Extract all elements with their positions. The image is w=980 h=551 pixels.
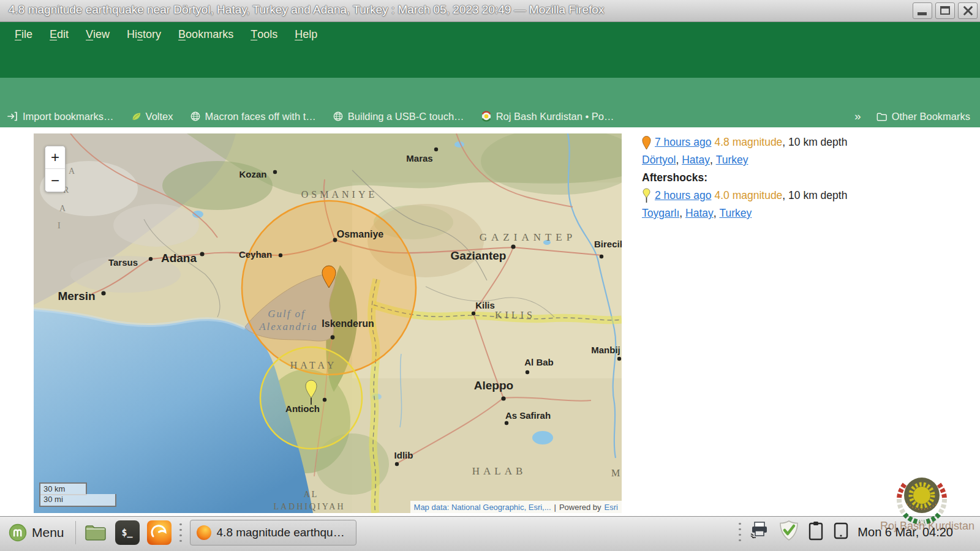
city-label: Al Bab (524, 357, 554, 367)
window-titlebar[interactable]: 4.8 magnitude earthquake near Dörtyol, H… (0, 0, 980, 22)
city-label: Gaziantep (451, 249, 507, 262)
quake-depth: , 10 km depth (782, 187, 847, 204)
aftershocks-heading: Aftershocks: (642, 169, 911, 187)
city-label: Adana (161, 252, 197, 264)
minimize-button[interactable] (913, 2, 932, 19)
bookmarks-toolbar: Import bookmarks… Voltex Macron faces of… (0, 105, 980, 127)
map-attribution: Map data: National Geographic, Esri,... … (410, 501, 622, 513)
city-label: Osmaniye (337, 229, 384, 239)
quake-time-link[interactable]: 2 hours ago (655, 187, 711, 204)
city-label: Mersin (58, 290, 95, 302)
city-label: Kozan (239, 169, 267, 179)
screenshot-tray-icon[interactable] (832, 521, 850, 543)
bookmark-import[interactable]: Import bookmarks… (6, 110, 114, 122)
city-label: Maras (406, 153, 432, 163)
menu-tools[interactable]: Tools (242, 22, 286, 47)
quake-depth: , 10 km depth (782, 133, 847, 151)
bookmark-macron-article[interactable]: Macron faces off with t… (190, 111, 316, 122)
close-button[interactable] (958, 2, 978, 19)
globe-icon (190, 111, 201, 122)
maximize-button[interactable] (935, 2, 955, 19)
map-scale-km: 30 km (39, 482, 87, 495)
bookmark-roj-bash-kurdistan[interactable]: Roj Bash Kurdistan • Po… (481, 111, 614, 122)
menu-edit[interactable]: Edit (41, 22, 77, 47)
menu-help[interactable]: Help (286, 22, 326, 47)
quake-time-link[interactable]: 7 hours ago (655, 133, 711, 151)
taskbar-separator (75, 521, 76, 544)
mint-logo-icon (9, 523, 27, 542)
menu-file[interactable]: File (6, 22, 41, 47)
region-label: M (611, 468, 620, 478)
water-label: Alexandria (258, 321, 318, 332)
map-zoom-control: + − (45, 146, 66, 192)
city-label: Kilis (475, 300, 495, 310)
map-zoom-out-button[interactable]: − (45, 169, 65, 192)
globe-icon (333, 111, 344, 122)
region-label: AL (304, 490, 319, 499)
start-menu-button[interactable]: Menu (5, 522, 68, 543)
firefox-swirl-icon (147, 520, 172, 545)
quake-summary-aftershock: 2 hours ago 4.0 magnitude , 10 km depth (642, 187, 911, 204)
place-link[interactable]: Turkey (719, 204, 752, 222)
kurdistan-sun-icon (481, 111, 492, 122)
earthquake-map[interactable]: OSMANIYE GAZIANTEP KILIS HATAY HALAB AL … (34, 133, 622, 513)
update-shield-icon[interactable] (778, 520, 799, 544)
map-scale-mi: 30 mi (39, 494, 116, 507)
folder-icon (876, 111, 888, 122)
quake-place-links: Toygarlı, Hatay, Turkey (642, 204, 911, 222)
taskbar-handle (179, 522, 183, 544)
place-link[interactable]: Dörtyol (642, 151, 676, 169)
other-bookmarks-folder[interactable]: Other Bookmarks (876, 111, 970, 122)
firefox-window-icon (197, 525, 211, 540)
region-label: HALAB (472, 465, 527, 477)
bookmarks-overflow-chevron[interactable]: » (854, 110, 861, 123)
menu-history[interactable]: History (118, 22, 170, 47)
minimize-icon (918, 12, 927, 15)
window-title: 4.8 magnitude earthquake near Dörtyol, H… (9, 3, 604, 17)
menu-view[interactable]: View (77, 22, 118, 47)
orange-pin-icon (642, 135, 651, 150)
menu-bookmarks[interactable]: Bookmarks (170, 22, 242, 47)
region-letter: A (59, 204, 66, 213)
import-icon (6, 110, 18, 122)
navigation-toolbar: https://earthquaketrack.com/quakes/2023-… (0, 78, 980, 105)
quake-summary-main: 7 hours ago 4.8 magnitude , 10 km depth (642, 133, 911, 151)
clipboard-tray-icon[interactable] (807, 520, 824, 544)
file-manager-launcher[interactable] (83, 520, 108, 545)
city-label: Iskenderun (322, 318, 374, 329)
place-link[interactable]: Hatay (685, 204, 714, 222)
esri-link[interactable]: Esri (605, 503, 618, 512)
taskbar-clock[interactable]: Mon 6 Mar, 04:20 (858, 525, 953, 539)
bookmark-usbc-article[interactable]: Building a USB-C touch… (333, 111, 464, 122)
quake-magnitude: 4.8 magnitude (714, 133, 782, 151)
map-canvas: OSMANIYE GAZIANTEP KILIS HATAY HALAB AL … (34, 133, 622, 513)
maximize-icon (940, 6, 950, 15)
printer-tray-icon[interactable] (750, 521, 771, 543)
quake-magnitude: 4.0 magnitude (714, 187, 782, 204)
region-label: KILIS (495, 310, 535, 320)
taskbar-window-button[interactable]: 4.8 magnitude earthqu… (190, 520, 356, 545)
place-link[interactable]: Toygarlı (642, 204, 679, 222)
desktop-screen: 4.8 magnitude earthquake near Dörtyol, H… (0, 0, 980, 551)
place-link[interactable]: Hatay (682, 151, 710, 169)
page-content: OSMANIYE GAZIANTEP KILIS HATAY HALAB AL … (0, 127, 980, 516)
city-label: Antioch (285, 403, 320, 414)
region-letter: I (58, 221, 61, 230)
tray-handle (738, 521, 742, 543)
map-zoom-in-button[interactable]: + (45, 146, 65, 169)
city-label: Ceyhan (239, 249, 272, 260)
region-label: OSMANIYE (301, 189, 377, 200)
region-label: GAZIANTEP (480, 231, 576, 243)
city-label: Aleppo (474, 379, 513, 392)
terminal-launcher[interactable]: $_ (115, 520, 140, 545)
water-label: Gulf of (268, 308, 306, 320)
tab-bar: Roj Bash Kurdista × 4.8 magnitude ea × + (0, 47, 980, 78)
region-label: LADHIQIYAH (273, 502, 345, 511)
place-link[interactable]: Turkey (716, 151, 748, 169)
attribution-link[interactable]: Map data: National Geographic, Esri,... (414, 503, 551, 512)
quake-place-links: Dörtyol, Hatay, Turkey (642, 151, 911, 169)
taskbar: Menu $_ 4.8 magnitude earthqu… (0, 516, 980, 551)
firefox-launcher[interactable] (147, 520, 172, 545)
city-label: Manbij (591, 345, 620, 355)
bookmark-voltex[interactable]: Voltex (130, 111, 173, 122)
